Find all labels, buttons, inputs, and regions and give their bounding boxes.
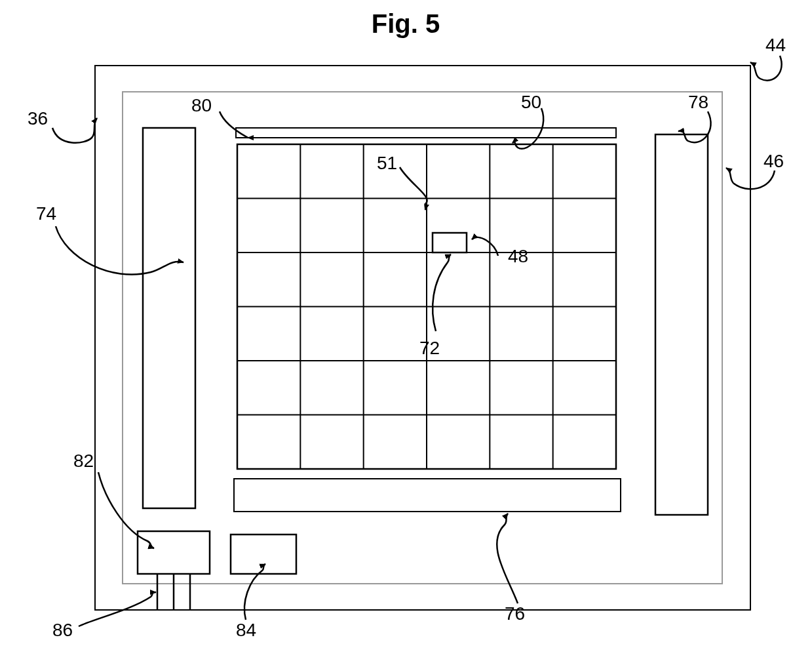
label-86: 86	[52, 620, 73, 640]
label-84: 84	[236, 620, 256, 640]
label-82: 82	[73, 451, 94, 471]
label-80: 80	[191, 95, 212, 115]
connector-lines-86	[157, 574, 190, 610]
label-76: 76	[505, 603, 525, 624]
label-44: 44	[765, 35, 786, 55]
figure-title: Fig. 5	[372, 9, 440, 38]
grid-assembly	[237, 144, 616, 469]
lower-left-box-82	[138, 531, 210, 574]
label-36: 36	[28, 108, 48, 129]
right-vertical-member	[655, 134, 708, 515]
lead-lines	[52, 56, 782, 626]
label-50: 50	[521, 92, 541, 112]
label-51: 51	[377, 153, 397, 173]
reference-numbers: 44 36 46 74 78 80 50 51 48 72 76 82 84 8…	[28, 35, 786, 640]
label-46: 46	[764, 151, 784, 171]
label-48: 48	[508, 246, 528, 266]
patent-figure-5: Fig. 5	[0, 0, 812, 646]
label-72: 72	[419, 338, 440, 358]
top-horizontal-member	[236, 128, 616, 138]
label-74: 74	[36, 203, 56, 224]
left-vertical-member	[143, 128, 195, 508]
bottom-horizontal-member	[234, 479, 621, 512]
label-78: 78	[688, 92, 708, 112]
small-block	[433, 233, 467, 252]
